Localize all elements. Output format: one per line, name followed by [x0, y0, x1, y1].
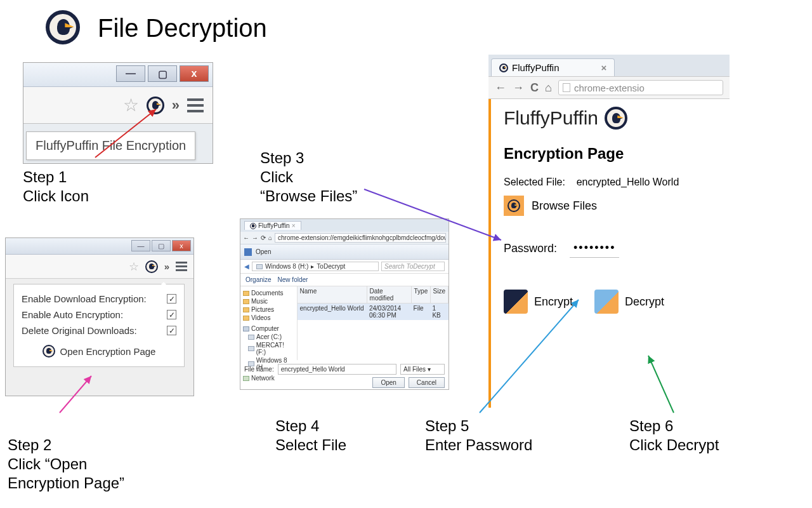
breadcrumb[interactable]: Windows 8 (H:)▸ ToDecrypt — [252, 262, 379, 271]
folder-icon — [243, 291, 249, 296]
filetype-combo[interactable]: All Files ▾ — [400, 364, 445, 375]
brand-logo-icon — [605, 107, 627, 130]
col-type[interactable]: Type — [412, 286, 431, 303]
minimize-button[interactable]: — — [116, 65, 145, 82]
bookmark-star-icon[interactable]: ☆ — [129, 260, 139, 274]
opt-auto-label: Enable Auto Encryption: — [22, 309, 123, 320]
nav-back-icon[interactable]: ← — [243, 234, 249, 241]
file-list[interactable]: Name Date modified Type Size encrypted_H… — [298, 286, 449, 360]
browse-files-label: Browse Files — [532, 199, 597, 213]
password-input[interactable]: •••••••• — [570, 239, 619, 258]
nav-home-icon[interactable]: ⌂ — [545, 81, 552, 95]
folder-icon — [243, 299, 249, 304]
decrypt-button[interactable]: Decrypt — [594, 290, 664, 314]
nav-back-icon[interactable]: ← — [495, 81, 506, 95]
maximize-button[interactable]: ▢ — [148, 65, 177, 82]
puffin-icon — [43, 345, 55, 358]
search-input[interactable]: Search ToDecrypt — [381, 262, 445, 271]
tab-title: FluffyPuffin — [258, 222, 290, 229]
step4-thumbnail: FluffyPuffin × ← → ⟳ ⌂ chrome-extension:… — [240, 218, 449, 390]
col-date[interactable]: Date modified — [367, 286, 412, 303]
password-label: Password: — [504, 242, 557, 255]
drive-icon — [248, 346, 254, 351]
nav-home-icon[interactable]: ⌂ — [268, 234, 272, 241]
encrypt-icon — [504, 290, 528, 314]
nav-reload-icon[interactable]: C — [530, 81, 539, 95]
overflow-icon[interactable]: » — [164, 261, 169, 272]
bookmark-star-icon[interactable]: ☆ — [123, 95, 139, 116]
extension-icon[interactable] — [145, 260, 158, 273]
app-logo — [46, 10, 80, 44]
col-name[interactable]: Name — [298, 286, 367, 303]
step5-label: Step 5Enter Password — [425, 417, 532, 455]
filename-input[interactable]: encrypted_Hello World — [278, 364, 396, 375]
extension-popup: Enable Download Encryption:✓ Enable Auto… — [13, 284, 185, 367]
file-row[interactable]: encrypted_Hello World 24/03/2014 06:30 P… — [298, 304, 449, 320]
opt-download-label: Enable Download Encryption: — [22, 293, 147, 304]
open-encryption-page-label: Open Encryption Page — [60, 346, 156, 357]
folder-tree[interactable]: Documents Music Pictures Videos Computer… — [240, 286, 298, 360]
dialog-title: Open — [256, 248, 271, 255]
hamburger-menu-icon[interactable] — [176, 262, 187, 271]
open-encryption-page-button[interactable]: Open Encryption Page — [20, 345, 178, 358]
drive-icon — [248, 335, 254, 340]
nav-reload-icon[interactable]: ⟳ — [261, 234, 266, 241]
tab-close-icon[interactable]: × — [292, 222, 296, 229]
browse-files-icon — [504, 196, 524, 216]
step3-label: Step 3Click “Browse Files” — [260, 130, 357, 206]
browser-tab[interactable]: FluffyPuffin × — [491, 58, 615, 76]
minimize-button[interactable]: — — [131, 240, 150, 251]
opt-delete-label: Delete Original Downloads: — [22, 325, 137, 336]
opt-delete-checkbox[interactable]: ✓ — [167, 326, 176, 335]
opt-auto-checkbox[interactable]: ✓ — [167, 310, 176, 319]
folder-icon — [243, 316, 249, 321]
address-bar[interactable]: chrome-extension://emgdeikicflimknohgcpl… — [275, 233, 446, 243]
cancel-button[interactable]: Cancel — [409, 377, 445, 388]
opt-download-checkbox[interactable]: ✓ — [167, 294, 176, 304]
filename-label: File name: — [244, 366, 274, 373]
browse-files-button[interactable]: Browse Files — [504, 196, 719, 216]
hamburger-menu-icon[interactable] — [187, 98, 204, 112]
dialog-icon — [244, 248, 252, 256]
open-button[interactable]: Open — [372, 377, 404, 388]
step1-thumbnail: — ▢ x ☆ » FluffyPuffin File Encryption — [23, 62, 213, 164]
address-bar[interactable]: chrome-extensio — [558, 80, 723, 95]
encrypt-button[interactable]: Encrypt — [504, 290, 573, 314]
tab-close-icon[interactable]: × — [601, 62, 607, 73]
step4-label: Step 4Select File — [275, 417, 346, 455]
extension-tooltip: FluffyPuffin File Encryption — [26, 131, 195, 160]
tab-favicon-icon — [499, 64, 508, 72]
tab-favicon-icon — [250, 223, 256, 229]
brand-title: FluffyPuffin — [504, 107, 598, 129]
page-heading: Encryption Page — [504, 145, 719, 163]
browser-tab[interactable]: FluffyPuffin × — [244, 221, 301, 230]
overflow-icon[interactable]: » — [172, 97, 180, 114]
drive-icon — [256, 264, 263, 269]
decrypt-icon — [594, 290, 619, 314]
folder-icon — [243, 307, 249, 312]
col-size[interactable]: Size — [431, 286, 449, 303]
step2-thumbnail: — ▢ x ☆ » Enable Download Encryption:✓ E… — [5, 237, 194, 396]
step2-label: Step 2Click “Open Encryption Page” — [8, 417, 124, 493]
page-title: File Decryption — [98, 14, 267, 43]
close-button[interactable]: x — [172, 240, 191, 251]
close-button[interactable]: x — [180, 65, 209, 82]
organize-menu[interactable]: Organize — [246, 276, 272, 283]
computer-icon — [243, 326, 249, 331]
encryption-page-window: FluffyPuffin × ← → C ⌂ chrome-extensio F… — [488, 55, 730, 408]
selected-file-value: encrypted_Hello World — [577, 177, 679, 187]
step6-label: Step 6Click Decrypt — [629, 417, 719, 455]
crumb-back-icon[interactable]: ◀ — [244, 263, 249, 270]
nav-forward-icon[interactable]: → — [513, 81, 524, 95]
newfolder-button[interactable]: New folder — [278, 276, 308, 283]
extension-icon[interactable] — [147, 97, 164, 114]
page-icon — [563, 83, 570, 92]
tab-title: FluffyPuffin — [512, 62, 560, 73]
step1-label: Step 1Click Icon — [23, 168, 89, 206]
selected-file-label: Selected File: — [504, 177, 565, 187]
nav-forward-icon[interactable]: → — [252, 234, 258, 241]
maximize-button[interactable]: ▢ — [152, 240, 171, 251]
